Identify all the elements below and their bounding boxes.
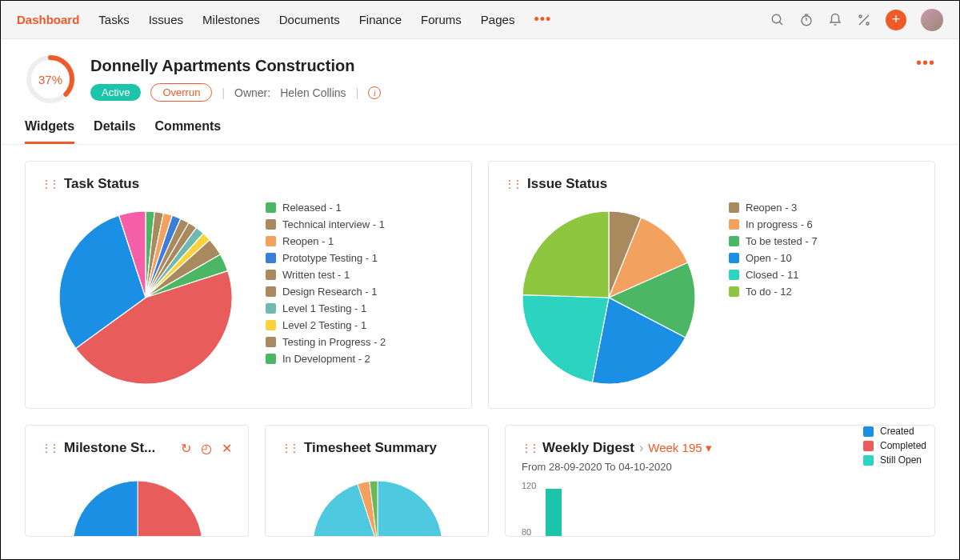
legend-label: Reopen - 3 [746,202,797,214]
subtab-comments[interactable]: Comments [155,119,222,144]
legend-item[interactable]: Technical interview - 1 [266,218,386,230]
tools-icon[interactable] [857,13,871,27]
subtab-details[interactable]: Details [94,119,135,144]
expand-icon[interactable]: ◴ [201,441,212,456]
nav-pages[interactable]: Pages [481,13,515,26]
legend-item[interactable]: Testing in Progress - 2 [266,336,386,348]
legend-swatch [266,253,276,263]
bell-icon[interactable] [828,13,842,27]
legend-item[interactable]: Open - 10 [729,252,818,264]
weekly-range: From 28-09-2020 To 04-10-2020 [522,461,918,473]
drag-handle-icon[interactable]: ⋮⋮ [522,442,538,454]
weekly-bar-chart[interactable]: 120 80 [522,481,918,537]
legend-label: Level 1 Testing - 1 [282,302,366,314]
legend-swatch [729,236,739,246]
drag-handle-icon[interactable]: ⋮⋮ [505,178,521,190]
card-title: Milestone St... [64,440,155,456]
subtabs: WidgetsDetailsComments [1,105,959,145]
y-axis: 120 80 [522,481,536,537]
legend-swatch [266,354,276,364]
card-title: Timesheet Summary [304,440,437,456]
timesheet-pie[interactable] [282,474,474,537]
project-more-menu[interactable]: ••• [916,54,935,72]
nav-issues[interactable]: Issues [149,13,183,26]
timer-icon[interactable] [799,13,814,27]
card-task-status: ⋮⋮ Task Status Released - 1Technical int… [25,161,472,409]
legend-item[interactable]: Design Research - 1 [266,286,386,298]
nav-finance[interactable]: Finance [359,13,402,26]
legend-item[interactable]: To do - 12 [729,286,818,298]
chevron-right-icon: › [639,441,643,455]
nav-dashboard[interactable]: Dashboard [17,13,79,26]
legend-swatch [266,219,276,230]
nav-tasks[interactable]: Tasks [98,13,129,26]
legend-item[interactable]: In Development - 2 [266,353,386,365]
milestone-pie[interactable] [42,474,234,537]
refresh-icon[interactable]: ↻ [181,441,191,456]
legend-label: Released - 1 [282,202,342,214]
add-button[interactable]: + [886,10,906,30]
legend-item[interactable]: Written test - 1 [266,269,386,281]
legend-item[interactable]: Created [863,426,926,437]
nav-forums[interactable]: Forums [421,13,462,26]
card-milestone-status: ⋮⋮ Milestone St... ↻ ◴ ✕ [25,425,249,537]
drag-handle-icon[interactable]: ⋮⋮ [42,178,58,190]
task-status-pie[interactable] [42,202,250,394]
legend-item[interactable]: Reopen - 3 [729,202,818,214]
legend-label: Testing in Progress - 2 [282,336,386,348]
legend-swatch [729,219,739,230]
card-issue-status: ⋮⋮ Issue Status Reopen - 3In progress - … [488,161,935,409]
legend-item[interactable]: Closed - 11 [729,269,818,281]
svg-point-0 [772,14,781,23]
nav-more-icon[interactable]: ••• [534,11,551,28]
avatar[interactable] [921,9,943,31]
top-navbar: DashboardTasksIssuesMilestonesDocumentsF… [1,1,959,39]
legend-label: Open - 10 [746,252,792,264]
owner-label: Owner: [234,86,270,99]
info-icon[interactable]: i [368,86,381,99]
legend-label: In Development - 2 [282,353,370,365]
drag-handle-icon[interactable]: ⋮⋮ [42,442,58,454]
legend-item[interactable]: Completed [863,440,926,451]
issue-status-pie[interactable] [505,202,713,394]
legend-swatch [266,270,276,280]
card-timesheet-summary: ⋮⋮ Timesheet Summary [265,425,489,537]
legend-item[interactable]: In progress - 6 [729,218,818,230]
subtab-widgets[interactable]: Widgets [25,119,74,144]
svg-point-7 [866,22,869,25]
search-icon[interactable] [770,13,785,27]
legend-swatch [266,286,276,297]
legend-swatch [863,441,874,451]
legend-item[interactable]: Reopen - 1 [266,235,386,247]
legend-swatch [266,303,276,314]
legend-label: Written test - 1 [282,269,350,281]
status-badge-overrun[interactable]: Overrun [150,83,212,102]
legend-item[interactable]: Level 2 Testing - 1 [266,319,386,331]
legend-item[interactable]: Prototype Testing - 1 [266,252,386,264]
legend-item[interactable]: Released - 1 [266,202,386,214]
legend-swatch [266,202,276,213]
nav-documents[interactable]: Documents [279,13,340,26]
card-title: Weekly Digest [542,440,634,456]
week-selector[interactable]: Week 195 ▾ [648,441,711,455]
legend-item[interactable]: Level 1 Testing - 1 [266,302,386,314]
legend-item[interactable]: Still Open [863,454,926,466]
owner-name: Helen Collins [280,86,346,99]
close-icon[interactable]: ✕ [222,441,232,456]
nav-milestones[interactable]: Milestones [202,13,260,26]
bar [546,489,562,537]
task-status-legend: Released - 1Technical interview - 1Reope… [266,202,386,365]
legend-swatch [729,202,739,213]
legend-swatch [729,253,739,263]
svg-line-1 [779,22,782,25]
legend-swatch [729,270,739,280]
drag-handle-icon[interactable]: ⋮⋮ [282,442,298,454]
legend-label: Completed [880,440,926,451]
legend-label: Still Open [880,454,922,466]
status-badge-active[interactable]: Active [90,84,141,101]
legend-swatch [266,236,276,246]
legend-item[interactable]: To be tested - 7 [729,235,818,247]
legend-swatch [863,455,874,466]
card-title: Task Status [64,176,139,192]
legend-label: Level 2 Testing - 1 [282,319,366,331]
